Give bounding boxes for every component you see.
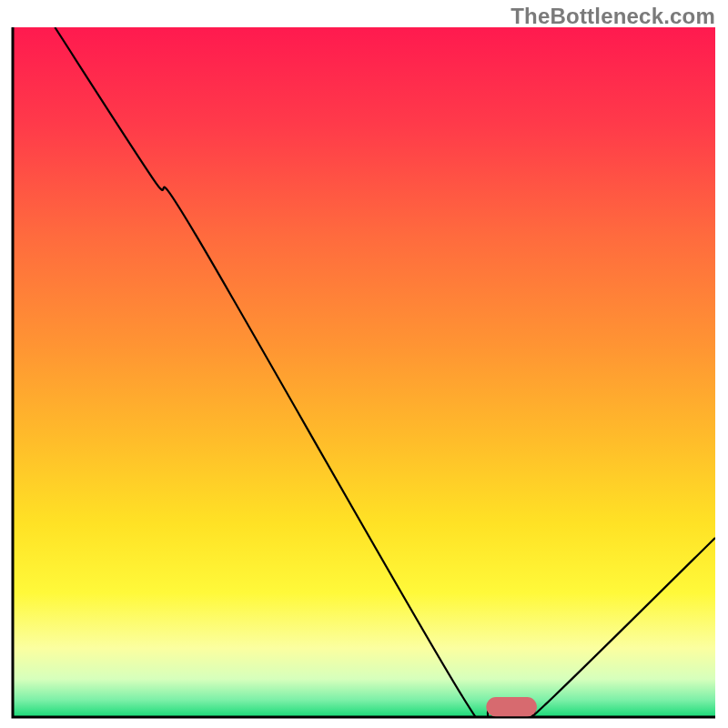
chart-container: TheBottleneck.com: [0, 0, 728, 728]
watermark-text: TheBottleneck.com: [511, 4, 715, 29]
optimal-marker: [486, 697, 537, 716]
bottleneck-chart: [0, 0, 728, 728]
gradient-background: [13, 27, 715, 717]
